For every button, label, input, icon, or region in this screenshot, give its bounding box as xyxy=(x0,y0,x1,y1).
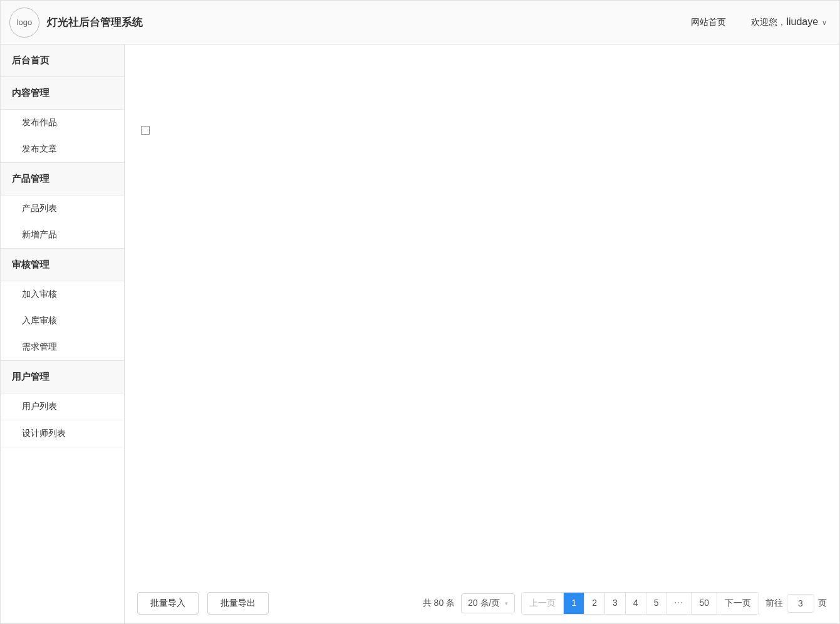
sidebar-item-publish-work[interactable]: 发布作品 xyxy=(1,110,124,136)
sidebar-section-home[interactable]: 后台首页 xyxy=(1,44,124,77)
pagination: 上一页 1 2 3 4 5 ⋯ 50 下一页 xyxy=(521,592,759,615)
sidebar-section-user[interactable]: 用户管理 xyxy=(1,361,124,393)
prev-page-button[interactable]: 上一页 xyxy=(522,593,564,614)
main-content: 批量导入 批量导出 共 80 条 20 条/页 ▾ 上一页 1 2 3 4 5 xyxy=(125,44,839,623)
next-page-button[interactable]: 下一页 xyxy=(717,593,759,614)
goto-prefix: 前往 xyxy=(765,598,783,609)
sidebar-section-audit[interactable]: 审核管理 xyxy=(1,249,124,281)
header: logo 灯光社后台管理系统 网站首页 欢迎您，liudaye ∨ xyxy=(1,1,839,44)
page-1-button[interactable]: 1 xyxy=(564,593,584,614)
goto-page-input[interactable] xyxy=(787,594,814,613)
sidebar-item-join-audit[interactable]: 加入审核 xyxy=(1,281,124,308)
app-title: 灯光社后台管理系统 xyxy=(47,15,143,29)
user-menu[interactable]: 欢迎您，liudaye ∨ xyxy=(751,16,827,28)
welcome-prefix: 欢迎您， xyxy=(751,17,786,27)
sidebar: 后台首页 内容管理 发布作品 发布文章 产品管理 产品列表 新增产品 审核管理 … xyxy=(1,44,125,623)
select-all-checkbox[interactable] xyxy=(141,126,150,135)
sidebar-item-demand-manage[interactable]: 需求管理 xyxy=(1,334,124,361)
batch-export-button[interactable]: 批量导出 xyxy=(207,592,269,615)
goto-suffix: 页 xyxy=(818,598,827,609)
sidebar-item-designer-list[interactable]: 设计师列表 xyxy=(1,420,124,447)
logo: logo xyxy=(9,8,39,38)
sidebar-item-product-list[interactable]: 产品列表 xyxy=(1,195,124,222)
sidebar-item-user-list[interactable]: 用户列表 xyxy=(1,393,124,420)
footer-bar: 批量导入 批量导出 共 80 条 20 条/页 ▾ 上一页 1 2 3 4 5 xyxy=(125,583,839,623)
page-size-label: 20 条/页 xyxy=(468,598,500,609)
total-count: 共 80 条 xyxy=(423,598,455,609)
page-size-select[interactable]: 20 条/页 ▾ xyxy=(461,593,515,613)
username: liudaye xyxy=(786,16,818,27)
goto-page: 前往 页 xyxy=(765,594,827,613)
sidebar-item-publish-article[interactable]: 发布文章 xyxy=(1,136,124,163)
chevron-down-icon: ∨ xyxy=(822,19,827,26)
page-2-button[interactable]: 2 xyxy=(584,593,605,614)
page-4-button[interactable]: 4 xyxy=(626,593,646,614)
chevron-down-icon: ▾ xyxy=(505,600,508,606)
page-50-button[interactable]: 50 xyxy=(692,593,717,614)
page-ellipsis[interactable]: ⋯ xyxy=(666,593,692,614)
page-5-button[interactable]: 5 xyxy=(646,593,667,614)
batch-import-button[interactable]: 批量导入 xyxy=(137,592,199,615)
sidebar-section-product[interactable]: 产品管理 xyxy=(1,163,124,195)
home-link[interactable]: 网站首页 xyxy=(691,17,726,28)
sidebar-item-storage-audit[interactable]: 入库审核 xyxy=(1,308,124,334)
page-3-button[interactable]: 3 xyxy=(605,593,626,614)
sidebar-section-content[interactable]: 内容管理 xyxy=(1,77,124,110)
sidebar-item-add-product[interactable]: 新增产品 xyxy=(1,222,124,249)
